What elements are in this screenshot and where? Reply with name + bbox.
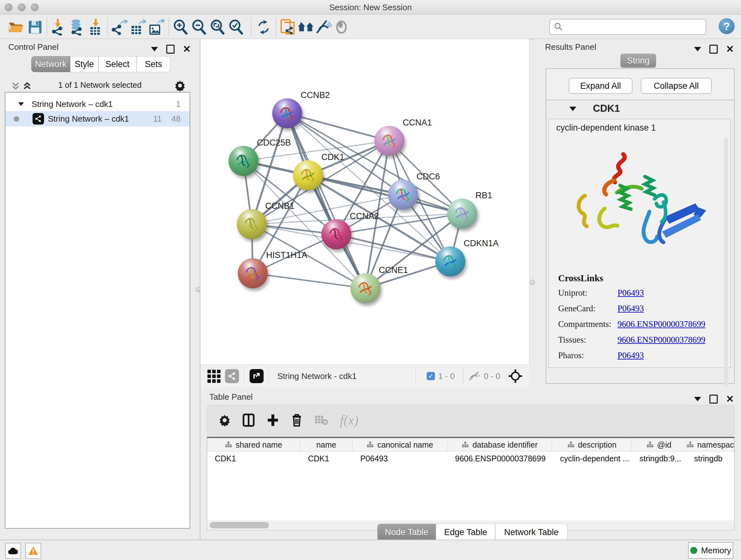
- crosslink-link[interactable]: P06493: [617, 304, 644, 314]
- float-panel-icon[interactable]: [710, 45, 718, 54]
- apply-layout-icon[interactable]: [255, 19, 272, 36]
- close-panel-icon[interactable]: ✕: [726, 393, 734, 405]
- save-session-icon[interactable]: [27, 19, 44, 36]
- network-row-selected[interactable]: String Network – cdk1 11 48: [5, 111, 190, 126]
- fit-selected-crosshair-icon[interactable]: [508, 369, 523, 383]
- node-label: CCNB1: [265, 201, 294, 211]
- table-cell[interactable]: stringdb:9...: [632, 451, 686, 465]
- cloud-status-button[interactable]: [5, 543, 21, 559]
- table-cell[interactable]: stringdb: [686, 451, 734, 465]
- delete-column-icon[interactable]: [291, 413, 303, 427]
- network-collection-row[interactable]: String Network – cdk1 1: [5, 97, 190, 112]
- close-panel-icon[interactable]: ✕: [183, 44, 191, 55]
- network-node-cdkn1a[interactable]: [435, 246, 465, 276]
- network-node-cdk1[interactable]: [293, 160, 323, 190]
- network-node-cdc6[interactable]: [388, 180, 418, 210]
- selected-count: 1 - 0: [438, 371, 455, 381]
- main-toolbar: ?: [0, 14, 741, 39]
- edge-layer: [200, 39, 529, 365]
- tab-select[interactable]: Select: [98, 56, 137, 72]
- zoom-out-icon[interactable]: [191, 19, 207, 36]
- show-columns-icon[interactable]: [242, 413, 255, 427]
- table-cell[interactable]: 9606.ENSP00000378699: [448, 451, 552, 465]
- export-table-icon[interactable]: [130, 19, 146, 36]
- table-cell[interactable]: CDK1: [300, 451, 353, 465]
- section-expand-icon[interactable]: [569, 107, 576, 111]
- collapse-all-button[interactable]: Collapse All: [641, 78, 712, 94]
- status-bar: Memory: [0, 540, 741, 560]
- birds-eye-view-icon[interactable]: [207, 370, 220, 383]
- table-cell[interactable]: cyclin-dependent ...: [552, 451, 632, 465]
- memory-button[interactable]: Memory: [688, 542, 733, 559]
- collection-expand-icon[interactable]: [18, 102, 24, 106]
- column-header[interactable]: shared name: [207, 438, 300, 451]
- network-node-ccne1[interactable]: [350, 273, 381, 303]
- crosslink-link[interactable]: 9606.ENSP00000378699: [617, 335, 705, 345]
- tab-string[interactable]: String: [620, 54, 656, 68]
- crosslink-link[interactable]: 9606.ENSP00000378699: [617, 319, 705, 329]
- zoom-in-icon[interactable]: [172, 19, 189, 36]
- add-column-icon[interactable]: [266, 413, 279, 427]
- network-canvas[interactable]: CCNB2CCNA1CDC25BCDK1CDC6RB1CCNB1CCNA2CDK…: [200, 39, 529, 365]
- network-node-ccnb1[interactable]: [237, 209, 267, 239]
- network-node-ccna1[interactable]: [374, 126, 404, 156]
- table-cell[interactable]: CDK1: [207, 451, 300, 465]
- import-network-icon[interactable]: [51, 19, 67, 36]
- results-scrollbar[interactable]: [724, 138, 728, 386]
- network-node-cdc25b[interactable]: [228, 146, 259, 176]
- panel-menu-icon[interactable]: [694, 47, 701, 51]
- column-header[interactable]: namespac: [686, 438, 734, 451]
- crosslink-link[interactable]: P06493: [617, 351, 644, 361]
- show-eye-icon[interactable]: [333, 19, 350, 36]
- right-splitter-handle[interactable]: [530, 280, 535, 285]
- gear-icon[interactable]: [174, 80, 186, 91]
- selected-checkbox-icon[interactable]: ✓: [427, 372, 435, 380]
- table-cell[interactable]: P06493: [353, 451, 448, 465]
- import-network-from-database-icon[interactable]: [69, 19, 85, 36]
- warning-status-button[interactable]: [25, 543, 41, 559]
- zoom-selected-icon[interactable]: [228, 19, 245, 36]
- export-network-icon[interactable]: [111, 19, 128, 36]
- scrollbar-thumb[interactable]: [210, 522, 269, 528]
- tab-edge-table[interactable]: Edge Table: [436, 523, 495, 541]
- network-edge[interactable]: [287, 113, 365, 288]
- zoom-fit-icon[interactable]: [209, 19, 226, 36]
- column-header[interactable]: canonical name: [353, 438, 448, 451]
- open-session-icon[interactable]: [7, 19, 23, 36]
- open-in-window-icon[interactable]: [250, 369, 264, 383]
- tab-node-table[interactable]: Node Table: [377, 523, 436, 541]
- network-node-ccnb2[interactable]: [272, 98, 302, 128]
- tab-network[interactable]: Network: [31, 56, 70, 72]
- help-button[interactable]: ?: [719, 18, 735, 34]
- search-box[interactable]: [549, 19, 706, 35]
- column-header[interactable]: @id: [631, 438, 686, 451]
- network-share-icon[interactable]: [225, 369, 239, 383]
- column-header[interactable]: database identifier: [448, 438, 552, 451]
- network-node-hist1h1a[interactable]: [238, 258, 268, 288]
- close-panel-icon[interactable]: ✕: [726, 44, 734, 55]
- crosslink-link[interactable]: P06493: [617, 288, 644, 298]
- search-input[interactable]: [566, 21, 705, 33]
- home-pair-icon[interactable]: [297, 19, 314, 36]
- expand-all-button[interactable]: Expand All: [569, 78, 632, 94]
- network-edge[interactable]: [253, 273, 365, 288]
- share-document-icon[interactable]: [280, 19, 296, 36]
- network-node-ccna2[interactable]: [321, 219, 351, 249]
- float-panel-icon[interactable]: [710, 395, 718, 403]
- import-table-icon[interactable]: [87, 19, 104, 36]
- node-section-header[interactable]: CDK1: [546, 100, 734, 119]
- node-label: CDC6: [416, 172, 440, 182]
- column-header[interactable]: name: [300, 438, 353, 451]
- table-settings-gear-icon[interactable]: [219, 414, 231, 426]
- tab-style[interactable]: Style: [70, 56, 98, 72]
- tab-network-table[interactable]: Network Table: [495, 523, 567, 541]
- tab-sets[interactable]: Sets: [137, 56, 171, 72]
- panel-menu-icon[interactable]: [694, 397, 701, 401]
- network-node-rb1[interactable]: [447, 199, 477, 229]
- hide-unhide-icon[interactable]: [315, 19, 332, 36]
- column-header[interactable]: description: [552, 438, 631, 451]
- float-panel-icon[interactable]: [166, 45, 175, 54]
- table-row[interactable]: CDK1CDK1P064939606.ENSP00000378699cyclin…: [207, 451, 734, 465]
- export-image-icon[interactable]: [148, 19, 165, 36]
- panel-menu-icon[interactable]: [151, 47, 158, 51]
